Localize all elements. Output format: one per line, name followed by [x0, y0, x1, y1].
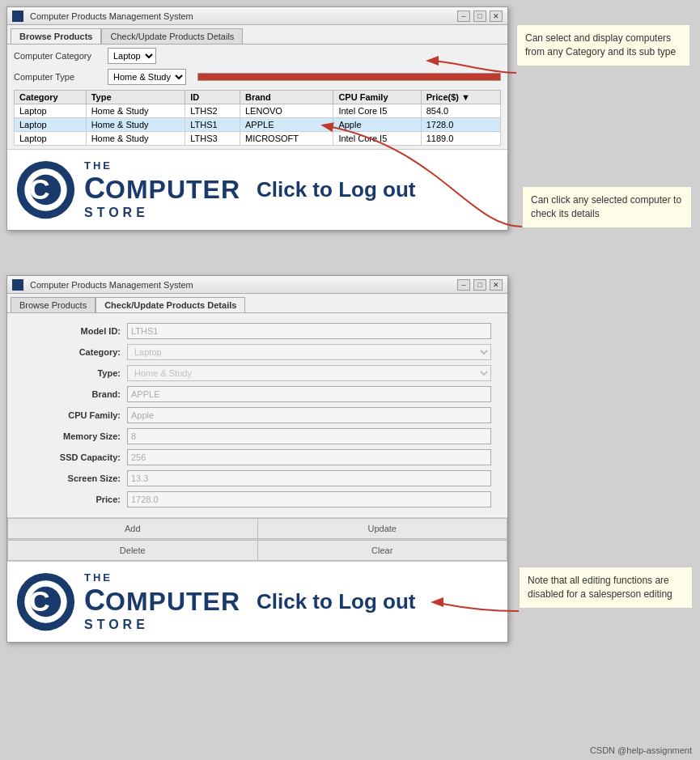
update-btn[interactable]: Update	[258, 518, 508, 539]
title-text-2: Computer Products Management System	[30, 280, 193, 290]
cpu-family-label: CPU Family:	[23, 410, 121, 420]
col-id: ID	[185, 91, 240, 104]
brand-row: Brand:	[23, 386, 491, 402]
logo-computer-1: OMPUTER	[105, 176, 240, 202]
ssd-capacity-input[interactable]	[127, 449, 491, 465]
price-label: Price:	[23, 495, 121, 504]
logout-btn-1[interactable]: Click to Log out	[257, 177, 415, 202]
cpu-family-input[interactable]	[127, 407, 491, 423]
col-price: Price($) ▼	[421, 91, 500, 104]
type-select[interactable]: Home & Study	[108, 69, 186, 85]
titlebar-1: Computer Products Management System – □ …	[7, 7, 507, 25]
logo-text-group-2: THE C OMPUTER STORE	[84, 571, 240, 632]
category-row: Computer Category Laptop	[7, 45, 507, 67]
table-row[interactable]: Laptop Home & Study LTHS1 APPLE Apple 17…	[15, 118, 501, 132]
col-cpu: CPU Family	[333, 91, 421, 104]
svg-text:C: C	[29, 585, 50, 618]
cell-type: Home & Study	[86, 104, 185, 118]
cell-brand: APPLE	[240, 118, 333, 132]
brand-input[interactable]	[127, 386, 491, 402]
logo-svg-1: C	[15, 159, 76, 220]
logout-btn-2[interactable]: Click to Log out	[257, 589, 415, 614]
logo-store-1: STORE	[84, 206, 240, 220]
window-controls-1: – □ ✕	[457, 11, 503, 22]
logo-computer-2: OMPUTER	[105, 588, 240, 614]
cell-id: LTHS3	[185, 132, 240, 146]
tab-bar-2: Browse Products Check/Update Products De…	[7, 294, 507, 313]
app-icon-1	[12, 11, 23, 22]
delete-btn[interactable]: Delete	[7, 540, 258, 561]
cell-type: Home & Study	[86, 118, 185, 132]
tab-bar-1: Browse Products Check/Update Products De…	[7, 25, 507, 45]
model-id-input[interactable]	[127, 323, 491, 339]
cell-id: LTHS1	[185, 118, 240, 132]
progress-bar	[197, 73, 501, 81]
callout-bottom-right: Note that all editing functions are disa…	[519, 567, 693, 609]
logo-the-1: THE	[84, 159, 240, 172]
ssd-capacity-label: SSD Capacity:	[23, 452, 121, 462]
screen-size-row: Screen Size:	[23, 470, 491, 486]
callout-top-right: Can select and display computers from an…	[516, 24, 690, 66]
tab-browse-2[interactable]: Browse Products	[11, 297, 95, 312]
col-type: Type	[86, 91, 185, 104]
minimize-btn-2[interactable]: –	[457, 279, 470, 291]
screen-size-input[interactable]	[127, 470, 491, 486]
model-id-label: Model ID:	[23, 326, 121, 336]
type-detail-label: Type:	[23, 368, 121, 378]
cell-cpu: Apple	[333, 118, 421, 132]
type-detail-select[interactable]: Home & Study	[127, 365, 491, 381]
cell-category: Laptop	[15, 132, 87, 146]
logo-svg-2: C	[15, 571, 76, 632]
title-text-1: Computer Products Management System	[30, 11, 193, 21]
cell-cpu: Intel Core I5	[333, 104, 421, 118]
svg-text:C: C	[29, 173, 50, 206]
memory-size-row: Memory Size:	[23, 428, 491, 444]
callout-top-right-text: Can select and display computers from an…	[525, 32, 676, 57]
type-detail-row: Type: Home & Study	[23, 365, 491, 381]
callout-middle-right: Can click any selected computer to check…	[522, 186, 692, 228]
cell-brand: LENOVO	[240, 104, 333, 118]
price-input[interactable]	[127, 491, 491, 507]
logo-area-2[interactable]: C THE C OMPUTER STORE Click to Log out	[7, 561, 507, 642]
button-row-2: Delete Clear	[7, 539, 507, 561]
category-detail-label: Category:	[23, 347, 121, 357]
type-label: Computer Type	[14, 72, 103, 82]
table-row[interactable]: Laptop Home & Study LTHS3 MICROSOFT Inte…	[15, 132, 501, 146]
cell-price: 1728.0	[421, 118, 500, 132]
tab-browse-1[interactable]: Browse Products	[11, 28, 101, 44]
button-row-1: Add Update	[7, 517, 507, 539]
tab-check-2[interactable]: Check/Update Products Details	[95, 297, 245, 312]
logo-store-2: STORE	[84, 618, 240, 632]
category-select[interactable]: Laptop	[108, 48, 156, 64]
cell-type: Home & Study	[86, 132, 185, 146]
window-1: Computer Products Management System – □ …	[6, 6, 508, 231]
memory-size-label: Memory Size:	[23, 431, 121, 441]
maximize-btn-1[interactable]: □	[473, 11, 486, 22]
clear-btn[interactable]: Clear	[258, 540, 508, 561]
tab-check-1[interactable]: Check/Update Products Details	[101, 28, 243, 44]
ssd-capacity-row: SSD Capacity:	[23, 449, 491, 465]
minimize-btn-1[interactable]: –	[457, 11, 470, 22]
products-table: Category Type ID Brand CPU Family Price(…	[14, 90, 501, 146]
screen-size-label: Screen Size:	[23, 473, 121, 483]
window-title-1: Computer Products Management System	[12, 11, 193, 22]
close-btn-1[interactable]: ✕	[490, 11, 503, 22]
app-icon-2	[12, 279, 23, 291]
cell-brand: MICROSOFT	[240, 132, 333, 146]
cell-id: LTHS2	[185, 104, 240, 118]
cell-category: Laptop	[15, 118, 87, 132]
detail-form: Model ID: Category: Laptop Type: Home & …	[7, 313, 507, 517]
add-btn[interactable]: Add	[7, 518, 258, 539]
category-label: Computer Category	[14, 51, 103, 61]
maximize-btn-2[interactable]: □	[473, 279, 486, 291]
titlebar-2: Computer Products Management System – □ …	[7, 276, 507, 294]
memory-size-input[interactable]	[127, 428, 491, 444]
table-row[interactable]: Laptop Home & Study LTHS2 LENOVO Intel C…	[15, 104, 501, 118]
close-btn-2[interactable]: ✕	[490, 279, 503, 291]
logo-the-2: THE	[84, 571, 240, 584]
cpu-family-row: CPU Family:	[23, 407, 491, 423]
category-detail-select[interactable]: Laptop	[127, 344, 491, 360]
price-row: Price:	[23, 491, 491, 507]
watermark: CSDN @help-assignment	[590, 745, 692, 755]
logo-area-1[interactable]: C THE C OMPUTER STORE Click to Log out	[7, 149, 507, 230]
